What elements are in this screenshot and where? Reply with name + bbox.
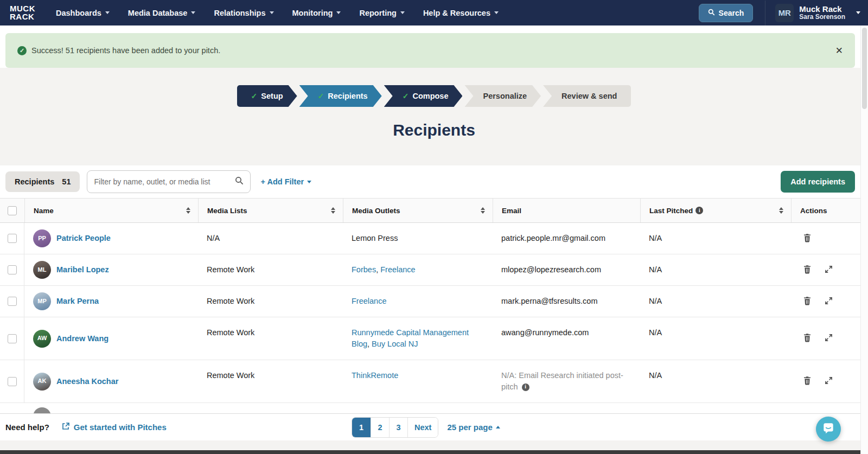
nav-divider: [765, 1, 765, 25]
recipients-count-tab[interactable]: Recipients 51: [5, 171, 80, 192]
recipient-name-link[interactable]: Aneesha Kochar: [56, 376, 118, 387]
add-filter-button[interactable]: + Add Filter: [260, 177, 311, 186]
recipient-name-link[interactable]: Mark Perna: [56, 296, 99, 307]
add-recipients-button[interactable]: Add recipients: [781, 171, 855, 193]
account-menu[interactable]: MR Muck Rack Sara Sorenson: [775, 4, 860, 22]
nav-item-reporting[interactable]: Reporting: [359, 9, 404, 17]
chevron-down-icon: [270, 11, 274, 14]
actions-cell: [791, 223, 860, 254]
bottom-area: Need help? Get started with Pitches 123N…: [0, 413, 868, 454]
nav-item-label: Help & Resources: [423, 9, 490, 17]
trash-icon: [803, 333, 812, 344]
delete-row-button[interactable]: [802, 332, 813, 345]
outlet-link[interactable]: ThinkRemote: [352, 371, 398, 380]
sort-icon[interactable]: [331, 207, 335, 214]
step-setup[interactable]: ✓Setup: [237, 85, 297, 107]
nav-item-monitoring[interactable]: Monitoring: [292, 9, 341, 17]
row-checkbox[interactable]: [8, 297, 17, 306]
page-button-3[interactable]: 3: [389, 418, 407, 437]
muckrack-logo[interactable]: MUCK RACK: [10, 5, 35, 21]
outlet-link[interactable]: Buy Local NJ: [372, 340, 418, 348]
outlet-separator: ,: [367, 340, 372, 348]
expand-row-button[interactable]: [824, 264, 834, 276]
outlet-link[interactable]: Freelance: [380, 265, 415, 274]
step-personalize[interactable]: Personalize: [464, 85, 541, 107]
page-button-next[interactable]: Next: [407, 418, 438, 437]
step-label: Compose: [412, 92, 448, 100]
media-outlets-cell: Freelance: [343, 286, 493, 317]
recipient-name-link[interactable]: Patrick People: [56, 233, 111, 244]
row-checkbox-cell: [0, 223, 24, 254]
recipients-table: Name Media Lists Media Outlets Email Las…: [0, 198, 860, 415]
trash-icon: [803, 233, 812, 244]
nav-item-help-resources[interactable]: Help & Resources: [423, 9, 499, 17]
chevron-down-icon: [336, 11, 341, 14]
outlet-link[interactable]: Freelance: [352, 297, 386, 305]
recipient-name-link[interactable]: Andrew Wang: [56, 333, 108, 344]
actions-cell: [791, 254, 860, 285]
table-row: PP Patrick People N/A Lemon Press patric…: [0, 223, 860, 254]
check-icon: ✓: [318, 92, 324, 100]
pagination-zone: 123Next 25 per page: [352, 417, 500, 438]
step-recipients[interactable]: ✓Recipients: [299, 85, 382, 107]
column-label: Actions: [800, 207, 827, 215]
expand-row-button[interactable]: [824, 332, 834, 344]
column-header-name[interactable]: Name: [24, 199, 198, 222]
top-navigation: MUCK RACK Dashboards Media Database Rela…: [0, 0, 868, 25]
add-filter-label: + Add Filter: [260, 177, 304, 186]
get-started-link[interactable]: Get started with Pitches: [61, 422, 167, 432]
column-header-media-lists[interactable]: Media Lists: [198, 199, 343, 222]
per-page-selector[interactable]: 25 per page: [447, 423, 500, 432]
recipients-tab-label: Recipients: [15, 177, 54, 186]
row-checkbox-cell: [0, 317, 24, 360]
nav-item-media-database[interactable]: Media Database: [128, 9, 196, 17]
row-checkbox[interactable]: [8, 265, 17, 274]
nav-item-label: Reporting: [359, 9, 396, 17]
recipient-name-link[interactable]: Maribel Lopez: [56, 264, 109, 276]
delete-row-button[interactable]: [802, 375, 813, 388]
delete-row-button[interactable]: [802, 295, 813, 308]
avatar: AW: [33, 330, 51, 348]
page-button-1[interactable]: 1: [352, 418, 371, 437]
delete-row-button[interactable]: [802, 232, 813, 245]
trash-icon: [803, 296, 812, 307]
nav-item-label: Media Database: [128, 9, 188, 17]
expand-row-button[interactable]: [824, 296, 834, 308]
banner-close-icon[interactable]: ✕: [835, 46, 843, 55]
column-header-media-outlets[interactable]: Media Outlets: [343, 199, 493, 222]
table-row: MP Mark Perna Remote Work Freelance mark…: [0, 286, 860, 317]
select-all-checkbox[interactable]: [8, 206, 17, 215]
sort-icon[interactable]: [779, 207, 783, 214]
column-header-last-pitched[interactable]: Last Pitched i: [640, 199, 791, 222]
page-button-2[interactable]: 2: [371, 418, 389, 437]
name-cell: PP Patrick People: [24, 223, 198, 254]
delete-row-button[interactable]: [802, 264, 813, 277]
nav-right: Search MR Muck Rack Sara Sorenson: [699, 1, 860, 25]
sort-icon[interactable]: [186, 207, 190, 214]
nav-item-dashboards[interactable]: Dashboards: [56, 9, 110, 17]
step-review-send[interactable]: Review & send: [543, 85, 631, 107]
info-icon[interactable]: i: [522, 383, 529, 391]
info-icon[interactable]: i: [695, 207, 703, 214]
select-all-checkbox-cell[interactable]: [0, 199, 24, 222]
search-button[interactable]: Search: [699, 4, 754, 22]
nav-item-label: Relationships: [214, 9, 265, 17]
chat-widget-button[interactable]: [816, 417, 841, 442]
account-user-name: Sara Sorenson: [799, 14, 845, 21]
step-compose[interactable]: ✓Compose: [384, 85, 463, 107]
pagination: 123Next: [352, 417, 438, 438]
filter-search-input[interactable]: [94, 177, 235, 186]
expand-icon: [825, 265, 833, 275]
expand-row-button[interactable]: [824, 375, 834, 387]
row-checkbox[interactable]: [8, 234, 17, 243]
media-outlets-cell: Runnymede Capital Management Blog, Buy L…: [343, 317, 493, 360]
row-checkbox-cell: [0, 254, 24, 285]
trash-icon: [803, 376, 812, 387]
nav-item-relationships[interactable]: Relationships: [214, 9, 273, 17]
sort-icon[interactable]: [481, 207, 485, 214]
scrollbar[interactable]: [860, 25, 868, 454]
outlet-link[interactable]: Forbes: [352, 265, 376, 274]
row-checkbox[interactable]: [8, 334, 17, 343]
row-checkbox[interactable]: [8, 377, 17, 386]
scrollbar-thumb[interactable]: [862, 28, 867, 109]
